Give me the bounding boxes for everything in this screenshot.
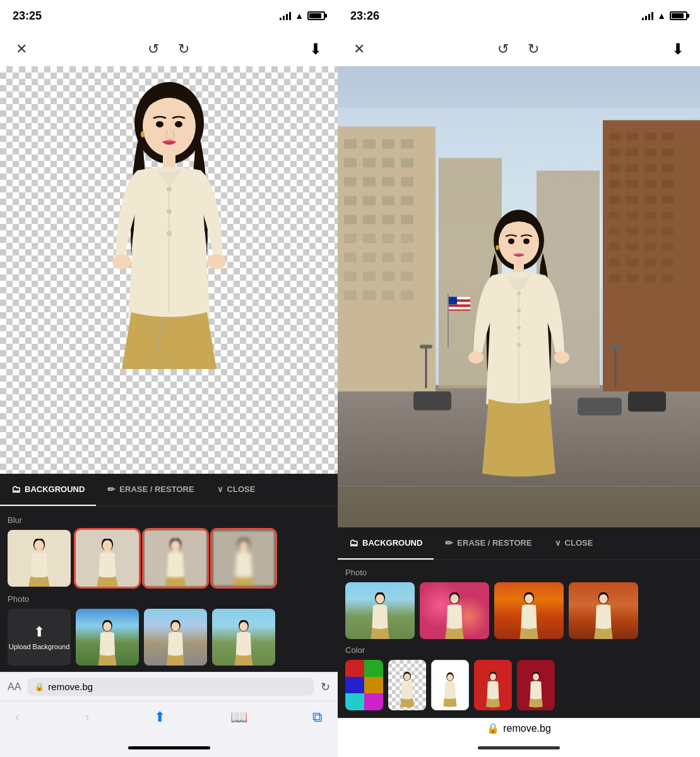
bookmark-button-left[interactable]: 📖 [228,707,250,728]
upload-background-button[interactable]: ⬆ Upload Background [8,609,71,666]
close-tab-chevron: ∨ [217,484,223,494]
tab-background-left[interactable]: 🗂 BACKGROUND [0,474,96,506]
home-indicator-left [0,738,338,757]
svg-point-149 [525,594,533,604]
undo-button-left[interactable]: ↺ [145,38,162,61]
svg-rect-126 [448,297,457,305]
color-wine-swatch[interactable] [517,660,555,710]
status-icons-right: ▲ [642,11,687,21]
svg-rect-76 [609,133,620,141]
svg-rect-104 [609,244,620,251]
svg-rect-73 [382,291,394,300]
svg-point-25 [104,622,112,631]
color-transparent-swatch[interactable] [388,660,426,710]
tab-close-right[interactable]: ∨ CLOSE [543,527,605,560]
svg-point-136 [517,309,521,313]
time-left: 23:25 [13,9,42,23]
svg-rect-43 [344,158,357,168]
svg-rect-55 [344,215,357,225]
svg-rect-95 [662,196,673,204]
browser-aa-left[interactable]: AA [8,681,21,693]
close-button-right[interactable]: ✕ [350,38,368,61]
svg-rect-105 [627,244,638,251]
svg-point-141 [508,238,514,244]
photo-cabin[interactable] [212,609,275,666]
svg-rect-51 [344,196,357,206]
undo-button-right[interactable]: ↺ [494,38,512,61]
download-button-left[interactable]: ⬇ [306,37,325,61]
svg-rect-115 [662,275,673,283]
svg-rect-70 [401,272,413,281]
forward-button-left[interactable]: › [82,707,92,728]
svg-rect-85 [627,165,638,172]
close-tab-chevron-right: ∨ [555,538,561,548]
toolbar-actions-right: ↺ ↻ [494,38,542,61]
svg-rect-49 [382,177,394,187]
download-button-right[interactable]: ⬇ [668,37,687,61]
svg-rect-96 [609,212,620,220]
svg-rect-83 [662,149,673,156]
tab-background-right[interactable]: 🗂 BACKGROUND [338,527,434,560]
right-photo-autumn[interactable] [494,582,564,639]
tabs-button-left[interactable]: ⧉ [310,707,325,728]
lock-icon-left: 🔒 [35,683,44,691]
svg-rect-79 [662,133,673,141]
color-grid-swatch[interactable] [345,660,383,710]
svg-point-147 [450,594,458,604]
refresh-button-left[interactable]: ↻ [321,680,330,694]
tab-erase-left[interactable]: ✏ ERASE / RESTORE [96,474,205,506]
svg-rect-77 [627,133,638,141]
right-panel-content: Photo [338,560,700,718]
svg-point-7 [112,254,131,269]
svg-point-137 [517,326,521,330]
blur-option-3[interactable] [212,530,275,587]
blur-option-2[interactable] [144,530,207,587]
svg-point-135 [517,292,521,296]
color-white-swatch[interactable] [431,660,469,710]
blur-option-1[interactable] [76,530,139,587]
svg-point-22 [239,540,248,551]
bottom-panel-left: 🗂 BACKGROUND ✏ ERASE / RESTORE ∨ CLOSE B… [0,474,338,672]
svg-rect-103 [662,228,673,235]
photo-label-left: Photo [8,594,330,604]
redo-button-left[interactable]: ↻ [175,38,193,61]
svg-rect-44 [363,158,376,168]
tab-close-left[interactable]: ∨ CLOSE [206,474,267,506]
svg-point-4 [167,187,172,192]
photo-city[interactable] [144,609,207,666]
svg-point-1 [143,96,196,156]
svg-rect-69 [382,272,394,281]
svg-point-13 [34,540,44,551]
svg-rect-99 [662,212,673,220]
share-button-left[interactable]: ⬆ [151,707,168,728]
svg-rect-41 [382,139,394,149]
back-button-left[interactable]: ‹ [13,707,22,728]
svg-rect-87 [662,165,673,172]
svg-rect-130 [628,392,666,412]
svg-point-5 [167,209,172,214]
canvas-right [338,66,700,527]
photo-mountain[interactable] [76,609,139,666]
close-button-left[interactable]: ✕ [13,38,30,61]
right-photo-autumn2[interactable] [569,582,638,639]
right-photo-bokeh[interactable] [420,582,489,639]
phone-right: 23:26 ▲ ✕ ↺ ↻ ⬇ [338,0,700,757]
svg-rect-40 [363,139,376,149]
svg-rect-84 [609,165,620,172]
erase-tab-icon-right: ✏ [445,537,453,549]
url-bar-left[interactable]: 🔒 remove.bg [27,678,314,696]
svg-rect-100 [609,228,620,235]
svg-rect-82 [644,149,656,156]
blur-option-0[interactable] [8,530,71,587]
svg-rect-50 [401,177,413,187]
svg-rect-57 [382,215,394,225]
right-photo-cabin[interactable] [345,582,415,639]
wifi-icon-right: ▲ [657,11,666,21]
color-red-swatch[interactable] [474,660,512,710]
redo-button-right[interactable]: ↻ [525,38,542,61]
upload-icon: ⬆ [33,624,45,640]
status-bar-right: 23:26 ▲ [338,0,700,32]
city-background [338,66,700,527]
tab-erase-right[interactable]: ✏ ERASE / RESTORE [434,527,543,560]
svg-rect-63 [344,253,357,262]
